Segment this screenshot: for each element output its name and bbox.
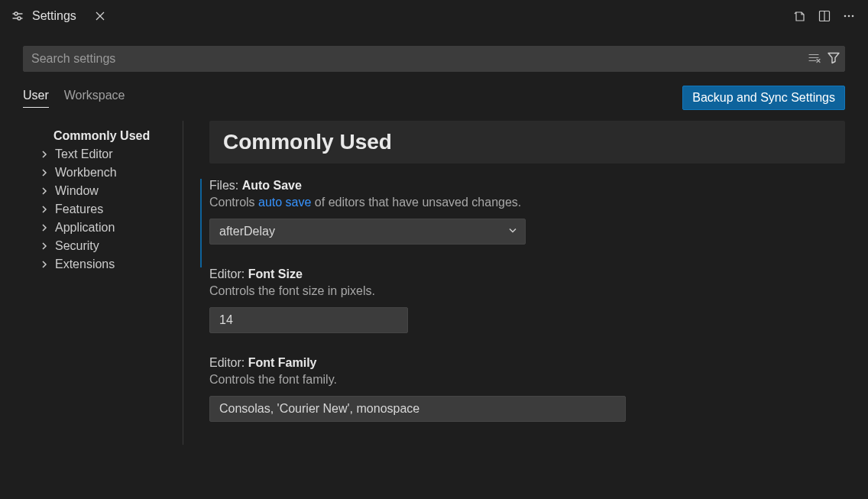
- font-family-input[interactable]: [209, 396, 626, 422]
- settings-sliders-icon: [11, 9, 24, 23]
- setting-description: Controls the font size in pixels.: [209, 284, 845, 298]
- tree-item-workbench[interactable]: Workbench: [23, 164, 173, 182]
- tree-item-text-editor[interactable]: Text Editor: [23, 145, 173, 164]
- chevron-right-icon: [40, 168, 50, 177]
- svg-point-8: [844, 15, 847, 17]
- setting-prefix: Files:: [209, 179, 242, 192]
- scope-user-tab[interactable]: User: [23, 89, 49, 108]
- tree-item-window[interactable]: Window: [23, 182, 173, 200]
- backup-sync-button[interactable]: Backup and Sync Settings: [682, 86, 845, 110]
- chevron-right-icon: [40, 186, 50, 196]
- search-input[interactable]: [23, 46, 845, 72]
- filter-icon[interactable]: [827, 51, 840, 67]
- setting-name: Font Family: [248, 356, 317, 369]
- svg-point-10: [852, 15, 854, 17]
- svg-point-9: [848, 15, 850, 17]
- auto-save-link[interactable]: auto save: [258, 196, 311, 209]
- setting-auto-save: Files: Auto Save Controls auto save of e…: [200, 179, 845, 267]
- chevron-right-icon: [40, 205, 50, 214]
- chevron-right-icon: [40, 241, 50, 251]
- tree-item-application[interactable]: Application: [23, 219, 173, 237]
- chevron-right-icon: [40, 150, 50, 159]
- scope-workspace-tab[interactable]: Workspace: [64, 89, 125, 108]
- section-header: Commonly Used: [209, 121, 845, 164]
- tree-item-security[interactable]: Security: [23, 237, 173, 255]
- chevron-right-icon: [40, 260, 50, 269]
- setting-font-family: Editor: Font Family Controls the font fa…: [209, 356, 845, 445]
- tab-title: Settings: [32, 9, 76, 23]
- setting-prefix: Editor:: [209, 267, 248, 280]
- tree-item-commonly-used[interactable]: Commonly Used: [23, 127, 173, 145]
- font-size-input[interactable]: [209, 307, 408, 333]
- chevron-right-icon: [40, 223, 50, 232]
- setting-font-size: Editor: Font Size Controls the font size…: [209, 267, 845, 356]
- close-icon[interactable]: [92, 8, 108, 24]
- tree-item-extensions[interactable]: Extensions: [23, 255, 173, 274]
- settings-tree: Commonly Used Text Editor Workbench Wind…: [23, 121, 183, 445]
- setting-name: Auto Save: [242, 179, 302, 192]
- svg-point-3: [18, 17, 21, 20]
- clear-search-icon[interactable]: [807, 51, 821, 67]
- split-editor-icon[interactable]: [818, 9, 831, 23]
- editor-tab-settings[interactable]: Settings: [0, 0, 119, 32]
- setting-prefix: Editor:: [209, 356, 248, 369]
- setting-description: Controls auto save of editors that have …: [209, 196, 845, 209]
- setting-name: Font Size: [248, 267, 303, 280]
- tree-item-features[interactable]: Features: [23, 200, 173, 219]
- setting-description: Controls the font family.: [209, 373, 845, 387]
- auto-save-select[interactable]: afterDelay: [209, 219, 526, 245]
- svg-point-1: [15, 12, 18, 15]
- open-changes-icon[interactable]: [793, 9, 807, 23]
- more-actions-icon[interactable]: [842, 9, 856, 23]
